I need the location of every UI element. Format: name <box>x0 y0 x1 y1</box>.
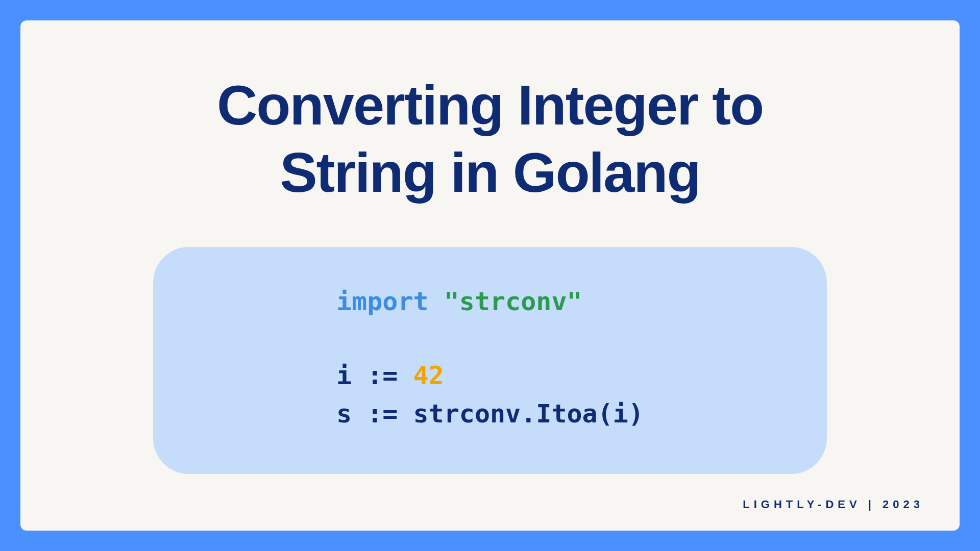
code-keyword-import: import <box>336 287 429 316</box>
code-line-import: import "strconv" <box>336 283 644 321</box>
footer-credit: LIGHTLY-DEV | 2023 <box>743 498 924 511</box>
code-string-strconv: "strconv" <box>444 287 582 316</box>
code-line-assign-s: s := strconv.Itoa(i) <box>336 395 644 433</box>
code-line-assign-i: i := 42 <box>336 357 644 395</box>
title-line-2: String in Golang <box>280 141 700 204</box>
slide-card: Converting Integer to String in Golang i… <box>20 20 960 531</box>
code-var-i: i := <box>336 361 413 390</box>
code-number-42: 42 <box>413 361 444 390</box>
code-blank-line <box>336 321 644 357</box>
code-content: import "strconv" i := 42 s := strconv.It… <box>336 283 644 433</box>
slide-title: Converting Integer to String in Golang <box>217 71 763 206</box>
code-space <box>429 287 444 316</box>
code-block: import "strconv" i := 42 s := strconv.It… <box>153 247 827 474</box>
title-line-1: Converting Integer to <box>217 73 763 136</box>
